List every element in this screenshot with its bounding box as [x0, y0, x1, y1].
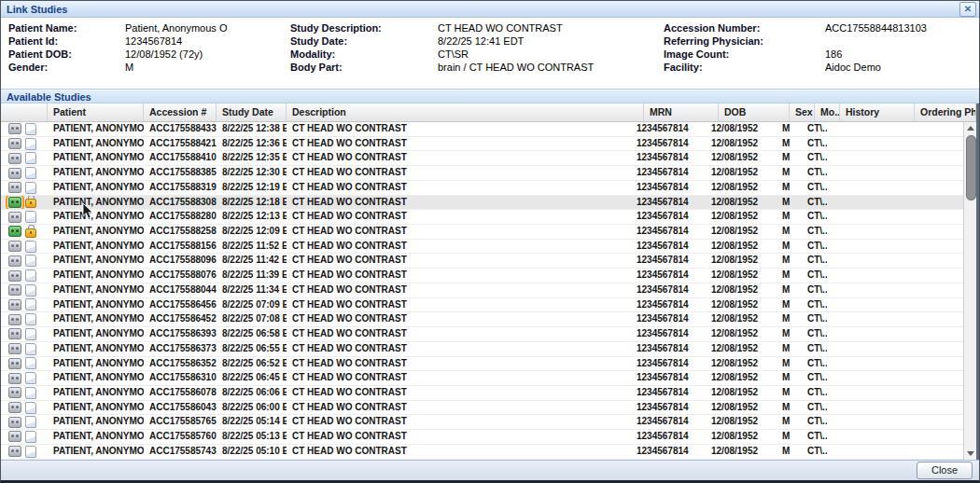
document-icon[interactable] — [25, 313, 36, 325]
cell-accession: ACC175585760... — [144, 430, 217, 444]
table-row[interactable]: PATIENT, ANONYMOUS OACC175588156...8/22/… — [1, 240, 976, 255]
link-study-icon[interactable] — [8, 314, 21, 325]
close-icon[interactable]: ✕ — [959, 2, 976, 17]
link-study-icon[interactable] — [8, 446, 21, 457]
document-icon[interactable] — [25, 446, 36, 458]
link-study-icon[interactable] — [8, 168, 21, 179]
cell-mrn: 1234567814 — [631, 415, 706, 429]
table-row[interactable]: PATIENT, ANONYMOUS OACC175588308...8/22/… — [1, 196, 976, 211]
document-icon[interactable] — [25, 211, 36, 223]
link-study-icon[interactable] — [8, 387, 21, 398]
cell-description: CT HEAD WO CONTRAST — [287, 210, 631, 224]
table-row[interactable]: PATIENT, ANONYMOUS OACC175588385...8/22/… — [1, 166, 976, 181]
table-row[interactable]: PATIENT, ANONYMOUS OACC175586352...8/22/… — [1, 357, 976, 372]
link-study-icon[interactable] — [8, 138, 21, 149]
column-header-icons[interactable] — [1, 104, 48, 121]
cell-mrn: 1234567814 — [631, 210, 706, 224]
cell-sex: M — [777, 240, 802, 254]
document-icon[interactable] — [25, 138, 36, 150]
cell-mrn: 1234567814 — [631, 327, 706, 341]
table-row[interactable]: PATIENT, ANONYMOUS OACC175588319...8/22/… — [1, 181, 976, 196]
document-icon[interactable] — [25, 152, 36, 164]
document-icon[interactable] — [25, 328, 36, 340]
table-row[interactable]: PATIENT, ANONYMOUS OACC175585760...8/22/… — [1, 430, 976, 445]
column-header-history[interactable]: History — [840, 104, 915, 121]
column-header-modality[interactable]: Mo... — [815, 104, 840, 121]
document-icon[interactable] — [25, 431, 36, 443]
table-row[interactable]: PATIENT, ANONYMOUS OACC175588044...8/22/… — [1, 283, 976, 298]
linked-study-icon[interactable] — [8, 197, 21, 208]
column-header-study-date[interactable]: Study Date — [217, 104, 287, 121]
document-icon[interactable] — [25, 357, 36, 369]
link-study-icon[interactable] — [8, 270, 21, 282]
table-row[interactable]: PATIENT, ANONYMOUS OACC175588258...8/22/… — [1, 225, 976, 240]
table-row[interactable]: PATIENT, ANONYMOUS OACC175586393...8/22/… — [1, 327, 976, 342]
link-study-icon[interactable] — [8, 255, 21, 267]
column-header-mrn[interactable]: MRN — [644, 104, 719, 121]
cell-patient: PATIENT, ANONYMOUS O — [48, 283, 144, 297]
document-icon[interactable] — [25, 269, 36, 282]
link-study-icon[interactable] — [8, 212, 21, 223]
scrollbar-thumb[interactable] — [966, 135, 976, 200]
column-header-sex[interactable]: Sex — [790, 104, 815, 121]
table-row[interactable]: PATIENT, ANONYMOUS OACC175585765...8/22/… — [1, 415, 976, 430]
cell-ordering — [902, 401, 963, 415]
link-study-icon[interactable] — [8, 431, 21, 442]
cell-mrn: 1234567814 — [631, 254, 706, 268]
link-study-icon[interactable] — [8, 299, 21, 310]
table-row[interactable]: PATIENT, ANONYMOUS OACC175588421...8/22/… — [1, 137, 976, 152]
document-icon[interactable] — [25, 284, 36, 297]
scroll-up-icon[interactable] — [964, 122, 976, 134]
link-study-icon[interactable] — [8, 241, 21, 252]
table-row[interactable]: PATIENT, ANONYMOUS OACC175588096...8/22/… — [1, 254, 976, 269]
column-header-accession[interactable]: Accession # — [144, 104, 217, 121]
column-header-patient[interactable]: Patient — [48, 104, 144, 121]
vertical-scrollbar[interactable] — [963, 122, 976, 460]
link-study-icon[interactable] — [8, 417, 21, 428]
link-study-icon[interactable] — [8, 123, 21, 134]
document-icon[interactable] — [25, 298, 36, 310]
cell-sex: M — [777, 386, 802, 400]
close-button[interactable]: Close — [917, 462, 973, 479]
link-study-icon[interactable] — [8, 328, 21, 339]
table-row[interactable]: PATIENT, ANONYMOUS OACC175586373...8/22/… — [1, 342, 976, 357]
lock-icon[interactable] — [25, 199, 36, 208]
cell-modality: CT\... — [802, 445, 827, 459]
link-study-icon[interactable] — [8, 182, 21, 193]
link-study-icon[interactable] — [8, 373, 21, 384]
table-row[interactable]: PATIENT, ANONYMOUS OACC175588076...8/22/… — [1, 269, 976, 283]
linked-study-icon[interactable] — [8, 226, 21, 237]
document-icon[interactable] — [25, 241, 36, 253]
link-study-icon[interactable] — [8, 343, 21, 354]
link-study-icon[interactable] — [8, 358, 21, 369]
dialog-titlebar[interactable]: Link Studies ✕ — [1, 1, 979, 18]
row-icons — [1, 371, 48, 385]
table-row[interactable]: PATIENT, ANONYMOUS OACC175588410...8/22/… — [1, 151, 976, 166]
table-row[interactable]: PATIENT, ANONYMOUS OACC175586310...8/22/… — [1, 371, 976, 386]
document-icon[interactable] — [25, 343, 36, 355]
lock-icon[interactable] — [25, 228, 36, 238]
column-header-description[interactable]: Description — [287, 104, 644, 121]
document-icon[interactable] — [25, 372, 36, 384]
link-study-icon[interactable] — [8, 284, 21, 296]
table-row[interactable]: PATIENT, ANONYMOUS OACC175586078...8/22/… — [1, 386, 976, 401]
scroll-down-icon[interactable] — [964, 448, 976, 460]
document-icon[interactable] — [25, 416, 36, 428]
document-icon[interactable] — [25, 182, 36, 194]
table-row[interactable]: PATIENT, ANONYMOUS OACC175586456...8/22/… — [1, 298, 976, 313]
table-row[interactable]: PATIENT, ANONYMOUS OACC175588280...8/22/… — [1, 210, 976, 225]
document-icon[interactable] — [25, 167, 36, 179]
column-header-dob[interactable]: DOB — [719, 104, 790, 121]
document-icon[interactable] — [25, 387, 36, 399]
table-row[interactable]: PATIENT, ANONYMOUS OACC175586452...8/22/… — [1, 312, 976, 327]
link-study-icon[interactable] — [8, 153, 21, 164]
cell-description: CT HEAD WO CONTRAST — [287, 166, 631, 180]
document-icon[interactable] — [25, 255, 36, 267]
document-icon[interactable] — [25, 402, 36, 414]
link-study-icon[interactable] — [8, 402, 21, 413]
column-header-ordering-physician[interactable]: Ordering Physic... — [915, 104, 976, 121]
table-row[interactable]: PATIENT, ANONYMOUS OACC175585743...8/22/… — [1, 445, 976, 460]
document-icon[interactable] — [25, 123, 36, 135]
table-row[interactable]: PATIENT, ANONYMOUS OACC175586043...8/22/… — [1, 401, 976, 416]
table-row[interactable]: PATIENT, ANONYMOUS OACC175588433...8/22/… — [1, 122, 976, 137]
